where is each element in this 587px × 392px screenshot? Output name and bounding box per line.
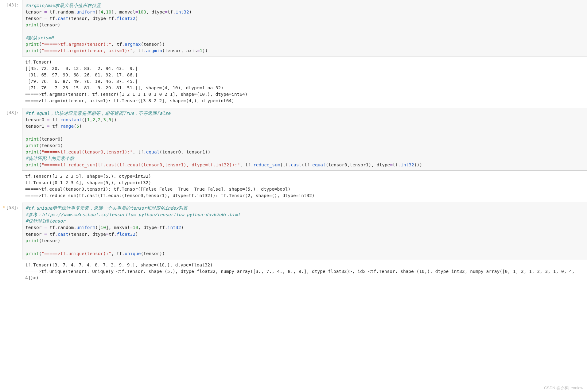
code-token: #仅针对1维tensor xyxy=(25,219,65,223)
code-token: ]) xyxy=(111,117,116,122)
code-line: tensor = tf.random.uniform([10], maxval=… xyxy=(25,224,584,231)
code-line: #argmin/max求最大最小值所在位置 xyxy=(25,2,584,9)
code-token: print xyxy=(25,238,39,243)
code-token: ) xyxy=(181,225,184,230)
code-token: = xyxy=(157,225,160,230)
code-token: cast xyxy=(291,162,301,167)
code-token: tensor xyxy=(25,225,44,230)
code-token: cast xyxy=(58,16,68,21)
code-token: 3 xyxy=(103,117,106,122)
code-token: ) xyxy=(135,16,138,21)
code-token: #统计匹配上的元素个数 xyxy=(25,156,74,161)
output-prompt xyxy=(0,57,22,107)
code-token: tf xyxy=(50,117,58,122)
cell-input: [43]:#argmin/max求最大最小值所在位置tensor = tf.ra… xyxy=(0,0,587,56)
code-token: 1 xyxy=(87,117,90,122)
code-token: equal xyxy=(312,162,326,167)
code-token: reduce_sum xyxy=(253,162,280,167)
code-token: tensor xyxy=(25,16,44,21)
code-line xyxy=(25,28,584,35)
code-token: random xyxy=(58,10,74,14)
code-token: "=====>tf.unique(tensor):" xyxy=(41,251,111,256)
code-token: ([ xyxy=(95,225,100,230)
code-token: argmax xyxy=(125,42,141,47)
code-token: int32 xyxy=(176,10,189,14)
code-token: #argmin/max求最大最小值所在位置 xyxy=(25,3,101,8)
code-line: #统计匹配上的元素个数 xyxy=(25,155,584,162)
code-token: range xyxy=(60,124,74,129)
cell-output: tf.Tensor([1 2 2 3 5], shape=(5,), dtype… xyxy=(0,171,587,202)
code-line: print("=====>tf.argmin(tensor, axis=1):"… xyxy=(25,48,584,54)
code-token: (tensor)) xyxy=(141,42,165,47)
code-token: ([ xyxy=(82,117,87,122)
code-token: uniform xyxy=(76,10,95,14)
code-token: (tensor0) xyxy=(39,137,63,142)
code-token: , xyxy=(95,117,98,122)
code-token: tf xyxy=(393,162,398,167)
code-token: #参考：https://www.w3cschool.cn/tensorflow_… xyxy=(25,212,240,217)
code-line: #tf.equal，比较对应元素是否相等，相等返回True，不等返回False xyxy=(25,110,584,117)
cell-prompt: [48]: xyxy=(0,108,22,171)
code-token: tf xyxy=(168,10,173,14)
output-text: tf.Tensor( [[45. 72. 20. 0. 12. 83. 2. 9… xyxy=(22,57,587,107)
code-input[interactable]: #tf.equal，比较对应元素是否相等，相等返回True，不等返回Falset… xyxy=(22,108,587,171)
code-token: . xyxy=(114,232,117,237)
cell-input: [58]:#tf.unique用于统计重复元素，返回一个去重后的tensor和对… xyxy=(0,203,587,259)
code-token: (tf xyxy=(301,162,309,167)
code-token: = xyxy=(106,16,109,21)
code-token: = xyxy=(44,232,47,237)
code-token: (tensor, axis xyxy=(162,48,197,53)
code-token: (tensor, dtype xyxy=(68,232,106,237)
code-token: #tf.unique用于统计重复元素，返回一个去重后的tensor和对应的ind… xyxy=(25,206,188,211)
code-token: equal xyxy=(146,149,160,154)
code-token: = xyxy=(135,10,138,14)
code-token: (tensor) xyxy=(39,238,60,243)
code-token: tensor xyxy=(25,232,44,237)
code-token: "=====>tf.equal(tensor0,tensor1):" xyxy=(41,149,133,154)
code-token: . xyxy=(58,124,60,129)
code-token: . xyxy=(173,10,176,14)
code-token: (tensor) xyxy=(39,22,60,27)
cell-output: tf.Tensor( [[45. 72. 20. 0. 12. 83. 2. 9… xyxy=(0,57,587,107)
code-token: #默认axis=0 xyxy=(25,35,53,40)
code-input[interactable]: #argmin/max求最大最小值所在位置tensor = tf.random.… xyxy=(22,0,587,56)
code-token: , xyxy=(90,117,93,122)
code-line: print(tensor) xyxy=(25,238,584,244)
code-token: = xyxy=(390,162,393,167)
code-token: tf xyxy=(47,10,55,14)
code-line: print(tensor) xyxy=(25,22,584,28)
code-token: ([ xyxy=(95,10,100,14)
code-token: 1 xyxy=(200,48,202,53)
code-token: = xyxy=(130,225,133,230)
code-token: , tf xyxy=(133,48,143,53)
code-token: 10 xyxy=(133,225,138,230)
code-token: 4 xyxy=(100,10,103,14)
code-token: random xyxy=(58,225,74,230)
code-token: . xyxy=(309,162,312,167)
code-token: print xyxy=(25,42,39,47)
code-token: . xyxy=(58,117,60,122)
code-token: , xyxy=(103,10,106,14)
code-token: . xyxy=(114,16,117,21)
code-line: print("=====>tf.equal(tensor0,tensor1):"… xyxy=(25,149,584,155)
output-prompt xyxy=(0,171,22,202)
code-line: tensor = tf.cast(tensor, dtype=tf.float3… xyxy=(25,15,584,22)
code-token: print xyxy=(25,22,39,27)
code-token: 100 xyxy=(138,10,146,14)
code-line xyxy=(25,244,584,250)
code-token: . xyxy=(398,162,401,167)
code-token: , dtype xyxy=(146,10,165,14)
code-input[interactable]: #tf.unique用于统计重复元素，返回一个去重后的tensor和对应的ind… xyxy=(22,203,587,259)
code-line: tensor0 = tf.constant([1,2,2,3,5]) xyxy=(25,117,584,123)
code-token: . xyxy=(288,162,291,167)
code-token: = xyxy=(44,225,47,230)
code-token: 10 xyxy=(106,10,111,14)
code-token: int32 xyxy=(401,162,414,167)
code-token: ) xyxy=(79,124,82,129)
code-token: . xyxy=(55,10,58,14)
code-line: print("=====>tf.unique(tensor):", tf.uni… xyxy=(25,250,584,257)
code-token: "=====>tf.reduce_sum(tf.cast(tf.equal(te… xyxy=(41,162,240,167)
code-token: , tf xyxy=(133,149,143,154)
code-token: print xyxy=(25,162,39,167)
code-line: #默认axis=0 xyxy=(25,35,584,41)
